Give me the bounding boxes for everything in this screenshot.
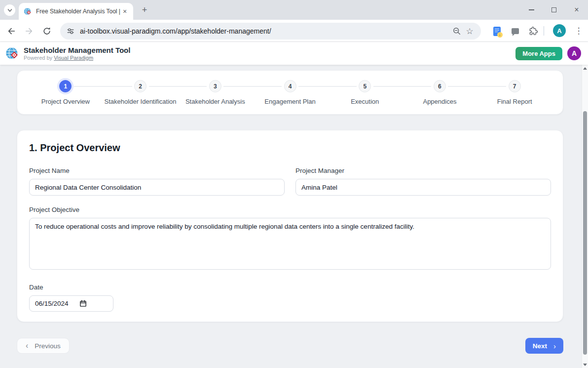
date-value: 06/15/2024 [35,300,69,307]
step-label: Appendices [423,98,456,105]
comment-extension-icon[interactable] [508,24,522,38]
app-header: Stakeholder Management Tool Powered by V… [0,42,588,65]
step-label: Stakeholder Identification [105,98,177,105]
more-apps-button[interactable]: More Apps [515,47,562,60]
step-number: 5 [359,80,371,92]
reload-icon [42,27,51,36]
tab-close-icon[interactable]: × [120,7,129,16]
chevron-left-icon: ‹ [26,341,28,350]
maximize-icon [551,7,556,12]
step-number: 2 [134,80,147,92]
stepper: 1 Project Overview 2 Stakeholder Identif… [17,70,563,115]
step-number: 1 [59,80,72,92]
user-avatar[interactable]: A [567,46,581,60]
project-manager-label: Project Manager [295,167,551,174]
browser-window: Free Stakeholder Analysis Tool | × + × a… [0,0,588,368]
chevron-right-icon: › [553,342,556,350]
site-info-icon[interactable] [66,27,75,36]
window-controls: × [520,0,588,20]
step-number: 4 [284,80,296,92]
close-button[interactable]: × [565,0,588,20]
browser-titlebar: Free Stakeholder Analysis Tool | × + × [0,0,588,20]
docs-extension-icon[interactable]: ↓ [490,24,504,38]
forward-arrow-icon [25,27,34,36]
previous-button[interactable]: ‹ Previous [17,338,70,354]
project-overview-card: 1. Project Overview Project Name Project… [17,130,563,322]
stepper-step-stakeholder-analysis[interactable]: 3 Stakeholder Analysis [178,78,253,114]
step-number: 3 [209,80,221,92]
scrollbar-thumb[interactable] [583,111,587,355]
app-title: Stakeholder Management Tool [24,46,130,54]
visual-paradigm-logo [5,46,20,61]
docs-badge-arrow: ↓ [497,32,503,38]
toolbar-divider [544,26,544,36]
visual-paradigm-link[interactable]: Visual Paradigm [54,55,93,61]
maximize-button[interactable] [543,0,565,20]
step-number: 7 [509,80,521,92]
step-label: Project Overview [41,98,90,105]
page-scrollbar[interactable] [582,65,588,368]
scroll-up-icon[interactable] [582,65,588,71]
browser-profile-avatar[interactable]: A [553,24,566,37]
browser-toolbar: ai-toolbox.visual-paradigm.com/app/stake… [0,20,588,42]
stepper-step-final-report[interactable]: 7 Final Report [477,78,552,114]
section-heading: 1. Project Overview [29,142,551,154]
project-objective-label: Project Objective [29,206,551,213]
bookmark-star-icon[interactable]: ☆ [463,25,476,38]
address-bar[interactable]: ai-toolbox.visual-paradigm.com/app/stake… [60,23,481,40]
next-button[interactable]: Next › [525,338,563,354]
powered-by: Powered by Visual Paradigm [24,55,130,61]
project-objective-textarea[interactable]: To reduce operational costs and improve … [29,218,551,270]
page-content: 1 Project Overview 2 Stakeholder Identif… [0,65,588,368]
reload-button[interactable] [39,23,54,39]
close-icon: × [574,6,579,14]
url-text: ai-toolbox.visual-paradigm.com/app/stake… [80,27,450,35]
minimize-button[interactable] [520,0,543,20]
project-manager-input[interactable] [295,179,551,196]
forward-button[interactable] [21,23,37,39]
browser-menu-icon[interactable]: ⋮ [572,24,585,37]
wizard-navigation: ‹ Previous Next › [17,338,563,354]
date-input[interactable]: 06/15/2024 [29,295,113,312]
vp-favicon-icon [24,7,32,16]
chevron-down-icon [7,7,13,13]
project-name-label: Project Name [29,167,285,174]
date-label: Date [29,284,551,291]
project-name-input[interactable] [29,179,285,196]
step-label: Stakeholder Analysis [185,98,245,105]
new-tab-button[interactable]: + [139,4,150,15]
step-label: Execution [351,98,379,105]
stepper-step-appendices[interactable]: 6 Appendices [403,78,478,114]
stepper-step-project-overview[interactable]: 1 Project Overview [28,78,103,114]
back-button[interactable] [3,23,19,39]
browser-tab[interactable]: Free Stakeholder Analysis Tool | × [19,3,133,20]
step-label: Final Report [497,98,532,105]
step-number: 6 [434,80,446,92]
step-label: Engagement Plan [264,98,315,105]
back-arrow-icon [7,27,16,36]
stepper-step-execution[interactable]: 5 Execution [328,78,403,114]
stepper-step-stakeholder-identification[interactable]: 2 Stakeholder Identification [103,78,178,114]
extensions-puzzle-icon[interactable] [526,24,540,38]
stepper-step-engagement-plan[interactable]: 4 Engagement Plan [253,78,328,114]
calendar-icon[interactable] [79,300,87,307]
tab-title: Free Stakeholder Analysis Tool | [36,8,120,15]
tab-search-button[interactable] [4,4,15,16]
zoom-out-icon[interactable] [450,25,463,38]
scroll-down-icon[interactable] [582,362,588,368]
minimize-icon [529,9,534,10]
